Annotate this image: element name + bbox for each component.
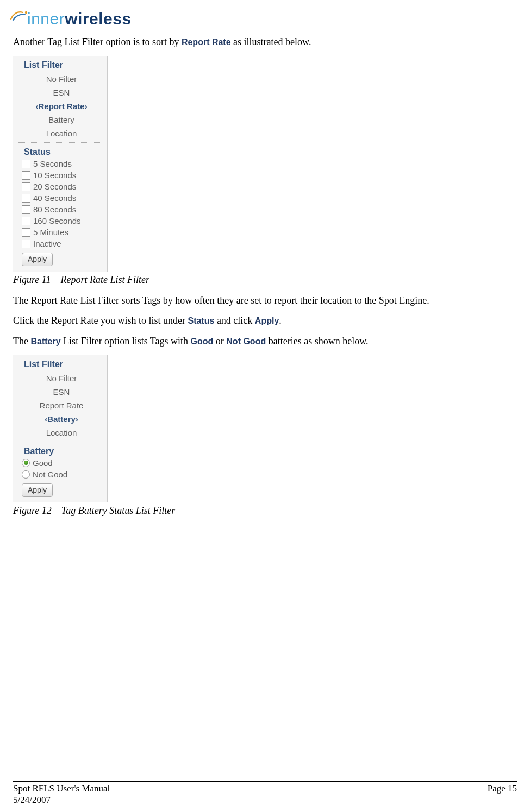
paragraph-report-rate-desc: The Report Rate List Filter sorts Tags b… bbox=[13, 294, 517, 307]
apply-term: Apply bbox=[255, 316, 279, 325]
filter-option-esn[interactable]: ESN bbox=[18, 88, 104, 97]
list-filter-title-2: List Filter bbox=[18, 360, 104, 369]
figure-11-panel: List Filter No Filter ESN ‹Report Rate› … bbox=[13, 56, 108, 272]
list-filter-title: List Filter bbox=[18, 60, 104, 70]
checkbox-icon[interactable] bbox=[22, 240, 30, 248]
footer-right: Page 15 bbox=[488, 783, 517, 806]
good-term: Good bbox=[191, 337, 214, 346]
battery-options: Good Not Good bbox=[18, 458, 104, 479]
page-footer: Spot RFLS User's Manual 5/24/2007 Page 1… bbox=[13, 783, 517, 806]
filter-list: No Filter ESN ‹Report Rate› Battery Loca… bbox=[18, 74, 104, 138]
not-good-term: Not Good bbox=[226, 337, 266, 346]
status-option-80-seconds[interactable]: 80 Seconds bbox=[22, 205, 104, 214]
checkbox-icon[interactable] bbox=[22, 171, 30, 180]
battery-subtitle: Battery bbox=[18, 446, 104, 456]
checkbox-icon[interactable] bbox=[22, 194, 30, 203]
logo: innerwireless bbox=[10, 7, 517, 28]
report-rate-term: Report Rate bbox=[182, 37, 231, 47]
radio-icon[interactable] bbox=[22, 459, 30, 467]
divider bbox=[18, 142, 104, 143]
filter-option-report-rate-2[interactable]: Report Rate bbox=[18, 401, 104, 410]
status-option-20-seconds[interactable]: 20 Seconds bbox=[22, 182, 104, 191]
footer-divider bbox=[13, 781, 517, 782]
logo-text-inner: inner bbox=[27, 10, 65, 28]
status-term: Status bbox=[188, 316, 214, 325]
status-option-10-seconds[interactable]: 10 Seconds bbox=[22, 171, 104, 180]
filter-option-no-filter-2[interactable]: No Filter bbox=[18, 374, 104, 383]
filter-option-location[interactable]: Location bbox=[18, 129, 104, 138]
status-option-5-seconds[interactable]: 5 Seconds bbox=[22, 159, 104, 168]
paragraph-click-report-rate: Click the Report Rate you wish to list u… bbox=[13, 314, 517, 327]
status-options: 5 Seconds 10 Seconds 20 Seconds 40 Secon… bbox=[18, 159, 104, 248]
apply-button[interactable]: Apply bbox=[22, 253, 53, 266]
status-option-5-minutes[interactable]: 5 Minutes bbox=[22, 228, 104, 237]
checkbox-icon[interactable] bbox=[22, 228, 30, 237]
logo-swoosh-icon bbox=[10, 7, 29, 25]
status-subtitle: Status bbox=[18, 147, 104, 157]
filter-option-esn-2[interactable]: ESN bbox=[18, 387, 104, 396]
divider-2 bbox=[18, 442, 104, 442]
filter-option-report-rate[interactable]: ‹Report Rate› bbox=[18, 102, 104, 111]
checkbox-icon[interactable] bbox=[22, 217, 30, 225]
checkbox-icon[interactable] bbox=[22, 205, 30, 214]
status-option-inactive[interactable]: Inactive bbox=[22, 239, 104, 248]
status-option-160-seconds[interactable]: 160 Seconds bbox=[22, 216, 104, 225]
filter-option-location-2[interactable]: Location bbox=[18, 428, 104, 437]
checkbox-icon[interactable] bbox=[22, 160, 30, 168]
intro-paragraph: Another Tag List Filter option is to sor… bbox=[13, 36, 517, 48]
radio-icon[interactable] bbox=[22, 470, 30, 479]
figure-12-caption: Figure 12Tag Battery Status List Filter bbox=[13, 505, 517, 517]
filter-option-battery[interactable]: Battery bbox=[18, 115, 104, 124]
checkbox-icon[interactable] bbox=[22, 182, 30, 191]
battery-option-good[interactable]: Good bbox=[22, 458, 104, 468]
footer-left: Spot RFLS User's Manual 5/24/2007 bbox=[13, 783, 110, 806]
filter-option-no-filter[interactable]: No Filter bbox=[18, 74, 104, 84]
battery-term: Battery bbox=[30, 337, 60, 346]
status-option-40-seconds[interactable]: 40 Seconds bbox=[22, 193, 104, 203]
figure-11-caption: Figure 11Report Rate List Filter bbox=[13, 274, 517, 286]
apply-button-2[interactable]: Apply bbox=[22, 483, 53, 497]
figure-12-panel: List Filter No Filter ESN Report Rate ‹B… bbox=[13, 355, 108, 502]
filter-option-battery-2[interactable]: ‹Battery› bbox=[18, 414, 104, 424]
filter-list-2: No Filter ESN Report Rate ‹Battery› Loca… bbox=[18, 374, 104, 437]
battery-option-not-good[interactable]: Not Good bbox=[22, 470, 104, 479]
paragraph-battery-desc: The Battery List Filter option lists Tag… bbox=[13, 335, 517, 348]
logo-text-wireless: wireless bbox=[65, 10, 131, 28]
